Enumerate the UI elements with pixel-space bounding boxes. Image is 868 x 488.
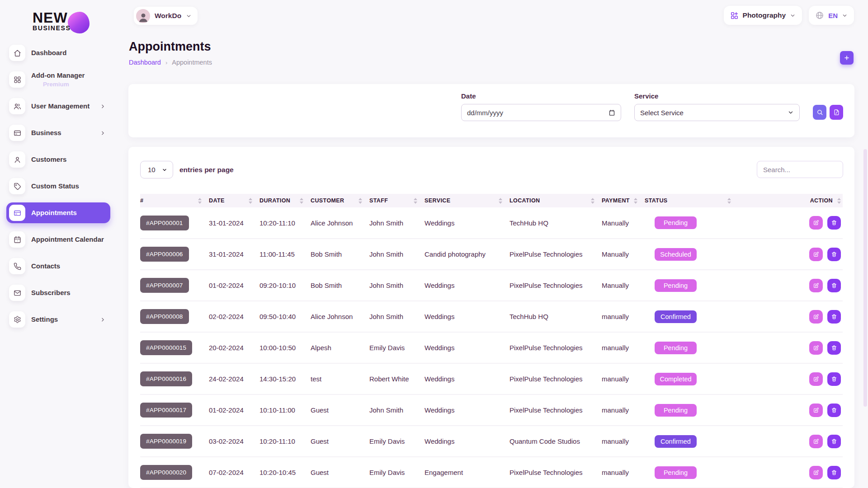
sort-icon[interactable] xyxy=(499,198,502,204)
duration-cell: 09:20-10:10 xyxy=(259,270,311,301)
sidebar-item-subscribers[interactable]: Subscribers xyxy=(6,282,110,303)
edit-button[interactable] xyxy=(809,341,823,355)
sidebar-item-label: Appointments xyxy=(31,209,77,217)
date-cell: 01-02-2024 xyxy=(209,270,259,301)
sort-icon[interactable] xyxy=(249,198,252,204)
payment-cell: manually xyxy=(602,301,645,332)
calendar-icon xyxy=(9,231,25,248)
column-header-service[interactable]: SERVICE xyxy=(425,194,509,207)
appointment-id-badge: #APP000008 xyxy=(140,309,189,324)
globe-icon xyxy=(815,11,824,20)
table-search-input[interactable] xyxy=(757,161,843,178)
service-cell: Weddings xyxy=(425,394,509,426)
date-cell: 02-02-2024 xyxy=(209,301,259,332)
sort-icon[interactable] xyxy=(359,198,362,204)
delete-button[interactable] xyxy=(827,279,841,292)
edit-button[interactable] xyxy=(809,435,823,448)
sidebar-item-business[interactable]: Business xyxy=(6,122,110,143)
sidebar-item-user-management[interactable]: User Management xyxy=(6,96,110,117)
column-header-duration[interactable]: DURATION xyxy=(259,194,311,207)
delete-button[interactable] xyxy=(827,404,841,417)
staff-cell: John Smith xyxy=(369,270,425,301)
customer-cell: Guest xyxy=(311,394,369,426)
sidebar-nav: DashboardAdd-on ManagerPremiumUser Manag… xyxy=(6,42,110,336)
payment-cell: manually xyxy=(602,426,645,457)
table-row: #APP000001903-02-202410:20-11:10GuestEmi… xyxy=(140,426,843,457)
chevron-down-icon xyxy=(162,167,167,173)
file-slash-icon xyxy=(833,109,840,116)
sidebar-item-label: Settings xyxy=(31,315,58,324)
add-appointment-button[interactable] xyxy=(840,51,854,65)
sort-icon[interactable] xyxy=(300,198,303,204)
delete-button[interactable] xyxy=(827,341,841,355)
edit-button[interactable] xyxy=(809,372,823,386)
duration-cell: 10:20-11:10 xyxy=(259,426,311,457)
language-switcher[interactable]: EN xyxy=(809,6,854,25)
table-row: #APP00000701-02-202409:20-10:10Bob Smith… xyxy=(140,270,843,301)
edit-button[interactable] xyxy=(809,216,823,230)
search-icon xyxy=(816,109,823,116)
customer-cell: Guest xyxy=(311,426,369,457)
edit-button[interactable] xyxy=(809,248,823,261)
column-header--[interactable]: # xyxy=(140,194,209,207)
apply-filter-button[interactable] xyxy=(813,105,826,120)
edit-button[interactable] xyxy=(809,279,823,292)
status-badge: Confirmed xyxy=(655,310,697,323)
edit-button[interactable] xyxy=(809,404,823,417)
date-input[interactable]: dd/mm/yyyy xyxy=(461,104,621,121)
page-scrollbar[interactable] xyxy=(863,149,867,407)
delete-button[interactable] xyxy=(827,435,841,448)
customer-cell: Guest xyxy=(311,457,369,488)
location-cell: Quantum Code Studios xyxy=(509,426,602,457)
delete-button[interactable] xyxy=(827,466,841,479)
sort-icon[interactable] xyxy=(837,198,841,204)
sort-icon[interactable] xyxy=(727,198,731,204)
column-header-location[interactable]: LOCATION xyxy=(509,194,602,207)
sidebar-item-label: Custom Status xyxy=(31,182,79,190)
service-cell: Weddings xyxy=(425,270,509,301)
service-filter-label: Service xyxy=(634,92,658,100)
delete-button[interactable] xyxy=(827,216,841,230)
edit-button[interactable] xyxy=(809,310,823,324)
column-header-payment[interactable]: PAYMENT xyxy=(602,194,645,207)
sidebar-item-appointment-calendar[interactable]: Appointment Calendar xyxy=(6,229,110,250)
sidebar-item-contacts[interactable]: Contacts xyxy=(6,256,110,277)
sidebar-item-custom-status[interactable]: Custom Status xyxy=(6,176,110,197)
table-row: #APP000001701-02-202410:10-11:00GuestJoh… xyxy=(140,394,843,426)
duration-cell: 14:30-15:20 xyxy=(259,363,311,394)
sort-icon[interactable] xyxy=(414,198,417,204)
delete-button[interactable] xyxy=(827,310,841,324)
sort-icon[interactable] xyxy=(591,198,594,204)
brand-line1: NEW xyxy=(33,11,91,24)
calendar-icon[interactable] xyxy=(609,109,615,116)
delete-button[interactable] xyxy=(827,372,841,386)
column-header-staff[interactable]: STAFF xyxy=(369,194,425,207)
payment-cell: Manually xyxy=(602,207,645,239)
column-header-customer[interactable]: CUSTOMER xyxy=(311,194,369,207)
sort-icon[interactable] xyxy=(198,198,202,204)
sidebar-item-add-on-manager[interactable]: Add-on ManagerPremium xyxy=(6,69,110,90)
sidebar-item-customers[interactable]: Customers xyxy=(6,149,110,170)
breadcrumb: Dashboard › Appointments xyxy=(129,59,212,66)
workspace-switcher[interactable]: Photography xyxy=(724,6,802,25)
sidebar-item-appointments[interactable]: Appointments xyxy=(6,202,110,223)
date-cell: 01-02-2024 xyxy=(209,394,259,426)
reset-filter-button[interactable] xyxy=(830,105,843,120)
sidebar-item-dashboard[interactable]: Dashboard xyxy=(6,42,110,63)
breadcrumb-dashboard-link[interactable]: Dashboard xyxy=(129,59,161,66)
delete-button[interactable] xyxy=(827,248,841,261)
filter-card: Date dd/mm/yyyy Service Select Service xyxy=(128,84,854,137)
column-header-status[interactable]: STATUS xyxy=(645,194,738,207)
sort-icon[interactable] xyxy=(634,198,637,204)
column-header-date[interactable]: DATE xyxy=(209,194,259,207)
service-select[interactable]: Select Service xyxy=(634,104,800,121)
entries-per-page-select[interactable]: 10 xyxy=(140,161,173,178)
gear-icon xyxy=(9,311,25,328)
column-header-label: DURATION xyxy=(259,197,290,204)
sidebar-item-settings[interactable]: Settings xyxy=(6,309,110,330)
user-name: WorkDo xyxy=(155,12,181,20)
edit-button[interactable] xyxy=(809,466,823,479)
user-menu-button[interactable]: WorkDo xyxy=(134,7,198,25)
users-icon xyxy=(9,98,25,114)
column-header-action[interactable]: ACTION xyxy=(738,194,843,207)
